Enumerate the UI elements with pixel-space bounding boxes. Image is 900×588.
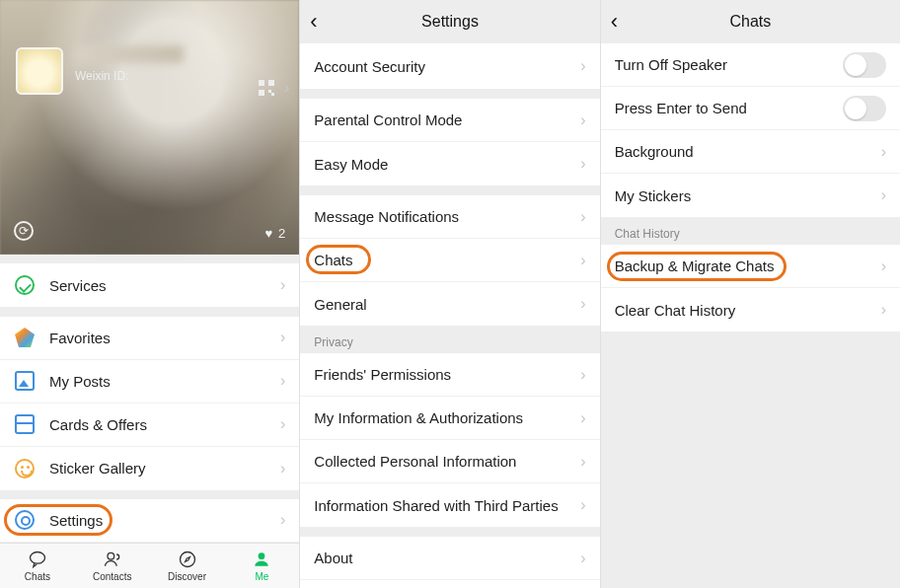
sticker-icon xyxy=(14,458,36,479)
row-friends-permissions[interactable]: Friends' Permissions › xyxy=(300,353,599,397)
chevron-right-icon: › xyxy=(580,155,585,173)
tab-label: Discover xyxy=(168,571,206,582)
chevron-right-icon: › xyxy=(580,453,585,471)
chevron-right-icon: › xyxy=(280,460,285,478)
row-background[interactable]: Background › xyxy=(601,130,900,174)
chevron-right-icon: › xyxy=(280,329,285,346)
heart-icon: ♥ xyxy=(264,226,272,241)
row-label: Backup & Migrate Chats xyxy=(615,257,881,274)
row-label: General xyxy=(314,296,580,313)
row-my-stickers[interactable]: My Stickers › xyxy=(601,174,900,217)
likes-count: 2 xyxy=(278,226,285,241)
tab-label: Me xyxy=(255,571,268,582)
weixin-id-label: Weixin ID: xyxy=(75,69,184,83)
settings-header: ‹ Settings xyxy=(300,0,599,43)
profile-accessory[interactable]: › xyxy=(259,79,289,97)
chat-bubble-icon xyxy=(27,550,48,569)
chevron-right-icon: › xyxy=(881,186,886,204)
row-label: Account Security xyxy=(314,58,580,75)
row-chats[interactable]: Chats › xyxy=(300,239,599,282)
chevron-right-icon: › xyxy=(280,511,285,529)
row-label: Turn Off Speaker xyxy=(615,56,843,73)
row-label: My Information & Authorizations xyxy=(314,409,580,426)
chevron-right-icon: › xyxy=(881,257,886,275)
services-icon xyxy=(14,274,36,296)
me-pane: Weixin ID: › ⟳ ♥ 2 Services › xyxy=(0,0,300,588)
row-turn-off-speaker[interactable]: Turn Off Speaker xyxy=(601,43,900,87)
gear-icon xyxy=(14,509,36,531)
row-my-info-auth[interactable]: My Information & Authorizations › xyxy=(300,397,599,440)
chevron-right-icon: › xyxy=(580,409,585,427)
profile-text: Weixin ID: xyxy=(75,45,184,83)
tab-chats[interactable]: Chats xyxy=(0,550,75,582)
row-collected-info[interactable]: Collected Personal Information › xyxy=(300,440,599,483)
chevron-right-icon: › xyxy=(881,301,886,319)
likes-indicator[interactable]: ♥ 2 xyxy=(264,226,285,241)
menu-favorites[interactable]: Favorites › xyxy=(0,317,299,360)
row-clear-history[interactable]: Clear Chat History › xyxy=(601,288,900,331)
row-parental-control[interactable]: Parental Control Mode › xyxy=(300,99,599,142)
qr-code-icon[interactable] xyxy=(259,80,274,96)
row-help-feedback[interactable]: Help & Feedback › xyxy=(300,580,599,588)
row-backup-migrate[interactable]: Backup & Migrate Chats › xyxy=(601,245,900,288)
back-button[interactable]: ‹ xyxy=(310,9,317,35)
toggle-speaker[interactable] xyxy=(843,52,886,78)
page-title: Settings xyxy=(421,13,479,31)
display-name-blurred xyxy=(75,45,184,63)
favorites-icon xyxy=(14,327,36,348)
menu-label: Settings xyxy=(49,512,280,529)
menu-sticker-gallery[interactable]: Sticker Gallery › xyxy=(0,447,299,490)
tab-contacts[interactable]: Contacts xyxy=(75,550,150,582)
menu-cards-offers[interactable]: Cards & Offers › xyxy=(0,404,299,447)
chats-header: ‹ Chats xyxy=(601,0,900,43)
row-label: Collected Personal Information xyxy=(314,453,580,470)
row-info-shared[interactable]: Information Shared with Third Parties › xyxy=(300,483,599,527)
row-label: Background xyxy=(615,143,881,160)
svg-point-1 xyxy=(108,552,114,559)
tab-discover[interactable]: Discover xyxy=(150,550,225,582)
row-press-enter-send[interactable]: Press Enter to Send xyxy=(601,87,900,130)
chevron-right-icon: › xyxy=(580,208,585,226)
posts-icon xyxy=(14,370,36,392)
chevron-right-icon: › xyxy=(580,496,585,514)
tab-label: Chats xyxy=(25,571,50,582)
tab-bar: Chats Contacts Discover Me xyxy=(0,543,299,588)
row-about[interactable]: About › xyxy=(300,537,599,580)
contacts-icon xyxy=(102,550,123,569)
person-icon xyxy=(251,550,272,569)
chevron-right-icon: › xyxy=(580,366,585,384)
svg-point-2 xyxy=(180,551,194,566)
row-general[interactable]: General › xyxy=(300,282,599,326)
compass-icon xyxy=(177,550,198,569)
avatar[interactable] xyxy=(16,47,63,95)
row-account-security[interactable]: Account Security › xyxy=(300,43,599,89)
menu-my-posts[interactable]: My Posts › xyxy=(0,360,299,404)
menu-settings[interactable]: Settings › xyxy=(0,499,299,543)
settings-pane: ‹ Settings Account Security › Parental C… xyxy=(300,0,600,588)
row-label: My Stickers xyxy=(615,187,881,204)
chevron-right-icon: › xyxy=(580,550,585,567)
row-message-notifications[interactable]: Message Notifications › xyxy=(300,195,599,239)
page-title: Chats xyxy=(729,13,771,31)
chevron-right-icon: › xyxy=(580,295,585,313)
profile-header[interactable]: Weixin ID: › ⟳ ♥ 2 xyxy=(0,0,299,255)
menu-services[interactable]: Services › xyxy=(0,263,299,307)
chevron-right-icon: › xyxy=(280,276,285,294)
row-label: Message Notifications xyxy=(314,208,580,225)
menu-label: My Posts xyxy=(49,373,280,390)
chevron-right-icon: › xyxy=(580,252,585,269)
tab-me[interactable]: Me xyxy=(224,550,299,582)
chats-settings-pane: ‹ Chats Turn Off Speaker Press Enter to … xyxy=(601,0,900,588)
row-label: Information Shared with Third Parties xyxy=(314,497,580,514)
back-button[interactable]: ‹ xyxy=(611,9,618,35)
row-label: About xyxy=(314,550,580,566)
chevron-right-icon: › xyxy=(280,415,285,433)
row-label: Press Enter to Send xyxy=(615,100,843,116)
row-label: Friends' Permissions xyxy=(314,366,580,383)
menu-label: Services xyxy=(49,277,280,294)
row-label: Easy Mode xyxy=(314,156,580,173)
toggle-enter-send[interactable] xyxy=(843,96,886,121)
chevron-right-icon: › xyxy=(881,143,886,161)
row-easy-mode[interactable]: Easy Mode › xyxy=(300,142,599,185)
svg-point-3 xyxy=(259,552,265,559)
